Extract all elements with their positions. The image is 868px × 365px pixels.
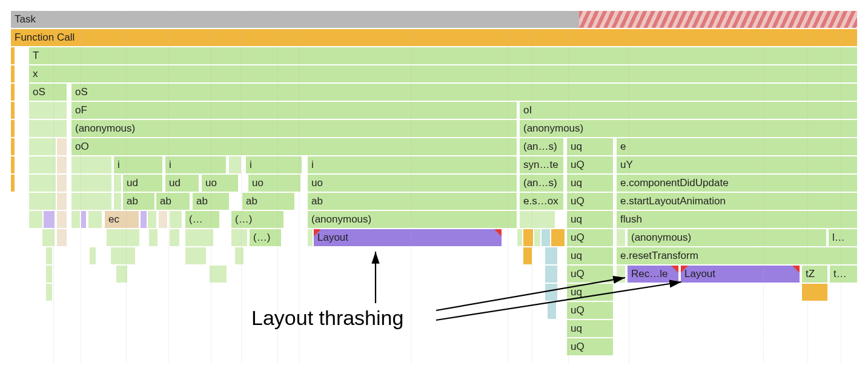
frame-pad-12j xyxy=(617,229,625,246)
frame-uQ-4[interactable]: uQ xyxy=(567,266,613,283)
frame-uq-3[interactable]: uq xyxy=(567,211,613,228)
frame-pad-9b xyxy=(71,175,111,192)
frame-uY[interactable]: uY xyxy=(617,156,857,173)
frame-e[interactable]: e xyxy=(617,138,857,155)
frame-pad-13e xyxy=(235,247,244,264)
frame-esox[interactable]: e.s…ox xyxy=(520,193,563,210)
frame-tick-2 xyxy=(11,65,15,82)
frame-blue-b xyxy=(545,247,557,264)
frame-layout-1[interactable]: Layout xyxy=(314,229,502,246)
frame-oO[interactable]: oO xyxy=(71,138,517,155)
frame-blue-a xyxy=(542,229,550,246)
frame-paren-a[interactable]: (… xyxy=(185,211,219,228)
frame-syn[interactable]: syn…te xyxy=(520,156,563,173)
frame-flush[interactable]: flush xyxy=(617,211,857,228)
frame-tan-11b xyxy=(159,211,167,228)
frame-tZ[interactable]: tZ xyxy=(802,266,827,283)
frame-blue-d xyxy=(545,284,557,301)
frame-pad-13a xyxy=(46,247,52,264)
frame-uo-b[interactable]: uo xyxy=(248,175,300,192)
frame-pad-15a xyxy=(46,284,52,301)
frame-tick-4 xyxy=(11,102,15,119)
frame-T[interactable]: T xyxy=(29,47,857,64)
frame-uQ-1[interactable]: uQ xyxy=(567,156,613,173)
long-task-indicator xyxy=(579,11,857,28)
frame-pad-12i xyxy=(534,229,540,246)
frame-pad-12b xyxy=(107,229,139,246)
frame-oF[interactable]: oF xyxy=(71,102,517,119)
frame-uo-c[interactable]: uo xyxy=(308,175,517,192)
frame-an-s[interactable]: (an…s) xyxy=(520,138,563,155)
annotation-text: Layout thrashing xyxy=(251,306,403,330)
frame-pad-9b2 xyxy=(114,175,121,192)
frame-purple-11c xyxy=(141,211,147,228)
frame-an-s-2[interactable]: (an…s) xyxy=(520,175,563,192)
frame-pad-6 xyxy=(29,120,67,137)
frame-pad-14a xyxy=(46,266,52,283)
frame-orange-c xyxy=(523,247,532,264)
frame-uq-2[interactable]: uq xyxy=(567,175,613,192)
frame-uQ-2[interactable]: uQ xyxy=(567,193,613,210)
frame-tick-1 xyxy=(11,47,15,64)
frame-oI[interactable]: oI xyxy=(520,102,857,119)
frame-purple-11a xyxy=(44,211,55,228)
frame-uq-4[interactable]: uq xyxy=(567,247,613,264)
frame-pad-13b xyxy=(90,247,96,264)
frame-recalc-style[interactable]: Rec…le xyxy=(628,266,678,283)
function-call-bar[interactable]: Function Call xyxy=(11,29,857,46)
frame-resetTransform[interactable]: e.resetTransform xyxy=(617,247,857,264)
frame-ab-d[interactable]: ab xyxy=(242,193,294,210)
function-call-label: Function Call xyxy=(15,32,75,43)
frame-t-ellipsis[interactable]: t… xyxy=(830,266,857,283)
frame-pad-14d xyxy=(617,266,625,283)
frame-i-c[interactable]: i xyxy=(246,156,302,173)
frame-layout-2[interactable]: Layout xyxy=(681,266,800,283)
frame-tan-7 xyxy=(57,138,67,155)
frame-anon-c[interactable]: (anonymous) xyxy=(308,211,517,228)
frame-uQ-5[interactable]: uQ xyxy=(567,302,613,319)
frame-pad-11f xyxy=(520,211,555,228)
frame-pad-8a xyxy=(29,156,56,173)
frame-i-a[interactable]: i xyxy=(114,156,162,173)
frame-uq-5[interactable]: uq xyxy=(567,284,613,301)
frame-purple-11b xyxy=(81,211,86,228)
frame-ab-c[interactable]: ab xyxy=(193,193,229,210)
frame-tan-8 xyxy=(57,156,67,173)
frame-tick-5 xyxy=(11,120,15,137)
frame-tan-9 xyxy=(57,175,67,192)
frame-oS-a[interactable]: oS xyxy=(29,84,67,101)
frame-ud-a[interactable]: ud xyxy=(123,175,162,192)
frame-uq-6[interactable]: uq xyxy=(567,320,613,337)
flame-chart[interactable]: Task Function Call T x oS oS oF oI xyxy=(11,11,857,357)
frame-uq-1[interactable]: uq xyxy=(567,138,613,155)
frame-anon-a[interactable]: (anonymous) xyxy=(71,120,517,137)
frame-pad-11e xyxy=(170,211,182,228)
frame-tan-11 xyxy=(57,211,67,228)
frame-paren-c[interactable]: (…) xyxy=(250,229,281,246)
frame-anon-d[interactable]: (anonymous) xyxy=(628,229,826,246)
frame-ec[interactable]: ec xyxy=(105,211,139,228)
frame-x[interactable]: x xyxy=(29,65,857,82)
frame-tick-7 xyxy=(11,156,15,173)
frame-i-b[interactable]: i xyxy=(165,156,226,173)
frame-paren-b[interactable]: (…) xyxy=(231,211,283,228)
frame-pad-13c xyxy=(111,247,135,264)
frame-ab-e[interactable]: ab xyxy=(308,193,517,210)
frame-anon-b[interactable]: (anonymous) xyxy=(520,120,857,137)
frame-l-ellipsis[interactable]: l… xyxy=(829,229,857,246)
frame-uQ-3[interactable]: uQ xyxy=(567,229,613,246)
frame-ab-b[interactable]: ab xyxy=(156,193,190,210)
frame-i-d[interactable]: i xyxy=(308,156,517,173)
frame-tick-8 xyxy=(11,175,15,192)
frame-pad-12h xyxy=(517,229,522,246)
frame-uQ-6[interactable]: uQ xyxy=(567,338,613,355)
frame-tick-3 xyxy=(11,84,15,101)
frame-ud-b[interactable]: ud xyxy=(165,175,199,192)
frame-oS-b[interactable]: oS xyxy=(71,84,857,101)
frame-pad-11b xyxy=(71,211,80,228)
frame-startLayoutAnimation[interactable]: e.startLayoutAnimation xyxy=(617,193,857,210)
frame-uo-a[interactable]: uo xyxy=(202,175,238,192)
frame-pad-14b xyxy=(116,266,127,283)
frame-ab-a[interactable]: ab xyxy=(123,193,154,210)
frame-componentDidUpdate[interactable]: e.componentDidUpdate xyxy=(617,175,857,192)
